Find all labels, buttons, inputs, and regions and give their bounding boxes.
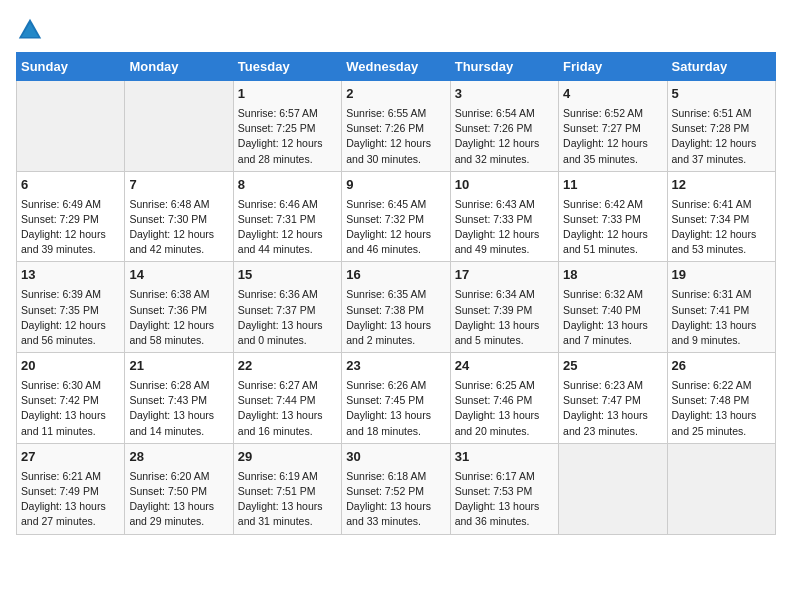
calendar-cell: 15Sunrise: 6:36 AMSunset: 7:37 PMDayligh… — [233, 262, 341, 353]
sunset-text: Sunset: 7:33 PM — [455, 213, 533, 225]
day-of-week-header: Wednesday — [342, 53, 450, 81]
day-number: 11 — [563, 176, 662, 195]
calendar-cell: 11Sunrise: 6:42 AMSunset: 7:33 PMDayligh… — [559, 171, 667, 262]
daylight-text: Daylight: 13 hours and 11 minutes. — [21, 409, 106, 436]
sunset-text: Sunset: 7:43 PM — [129, 394, 207, 406]
day-number: 1 — [238, 85, 337, 104]
daylight-text: Daylight: 13 hours and 2 minutes. — [346, 319, 431, 346]
logo — [16, 16, 48, 44]
sunrise-text: Sunrise: 6:21 AM — [21, 470, 101, 482]
sunset-text: Sunset: 7:29 PM — [21, 213, 99, 225]
sunrise-text: Sunrise: 6:26 AM — [346, 379, 426, 391]
day-number: 2 — [346, 85, 445, 104]
calendar-cell: 29Sunrise: 6:19 AMSunset: 7:51 PMDayligh… — [233, 443, 341, 534]
calendar-cell: 27Sunrise: 6:21 AMSunset: 7:49 PMDayligh… — [17, 443, 125, 534]
day-number: 12 — [672, 176, 771, 195]
daylight-text: Daylight: 13 hours and 18 minutes. — [346, 409, 431, 436]
sunset-text: Sunset: 7:32 PM — [346, 213, 424, 225]
daylight-text: Daylight: 13 hours and 23 minutes. — [563, 409, 648, 436]
day-number: 23 — [346, 357, 445, 376]
calendar-cell: 14Sunrise: 6:38 AMSunset: 7:36 PMDayligh… — [125, 262, 233, 353]
calendar-cell: 13Sunrise: 6:39 AMSunset: 7:35 PMDayligh… — [17, 262, 125, 353]
day-number: 5 — [672, 85, 771, 104]
daylight-text: Daylight: 12 hours and 44 minutes. — [238, 228, 323, 255]
calendar-cell: 7Sunrise: 6:48 AMSunset: 7:30 PMDaylight… — [125, 171, 233, 262]
calendar-week-row: 27Sunrise: 6:21 AMSunset: 7:49 PMDayligh… — [17, 443, 776, 534]
calendar-cell: 4Sunrise: 6:52 AMSunset: 7:27 PMDaylight… — [559, 81, 667, 172]
calendar-cell: 5Sunrise: 6:51 AMSunset: 7:28 PMDaylight… — [667, 81, 775, 172]
sunset-text: Sunset: 7:44 PM — [238, 394, 316, 406]
day-number: 29 — [238, 448, 337, 467]
calendar-week-row: 13Sunrise: 6:39 AMSunset: 7:35 PMDayligh… — [17, 262, 776, 353]
sunrise-text: Sunrise: 6:19 AM — [238, 470, 318, 482]
sunrise-text: Sunrise: 6:57 AM — [238, 107, 318, 119]
sunset-text: Sunset: 7:48 PM — [672, 394, 750, 406]
daylight-text: Daylight: 12 hours and 39 minutes. — [21, 228, 106, 255]
day-number: 28 — [129, 448, 228, 467]
sunset-text: Sunset: 7:53 PM — [455, 485, 533, 497]
calendar-cell: 28Sunrise: 6:20 AMSunset: 7:50 PMDayligh… — [125, 443, 233, 534]
day-number: 15 — [238, 266, 337, 285]
daylight-text: Daylight: 13 hours and 14 minutes. — [129, 409, 214, 436]
calendar-cell: 3Sunrise: 6:54 AMSunset: 7:26 PMDaylight… — [450, 81, 558, 172]
sunset-text: Sunset: 7:40 PM — [563, 304, 641, 316]
sunrise-text: Sunrise: 6:51 AM — [672, 107, 752, 119]
sunrise-text: Sunrise: 6:36 AM — [238, 288, 318, 300]
sunrise-text: Sunrise: 6:49 AM — [21, 198, 101, 210]
day-number: 19 — [672, 266, 771, 285]
sunrise-text: Sunrise: 6:46 AM — [238, 198, 318, 210]
day-number: 30 — [346, 448, 445, 467]
calendar-week-row: 20Sunrise: 6:30 AMSunset: 7:42 PMDayligh… — [17, 353, 776, 444]
daylight-text: Daylight: 12 hours and 56 minutes. — [21, 319, 106, 346]
sunrise-text: Sunrise: 6:39 AM — [21, 288, 101, 300]
calendar-cell: 18Sunrise: 6:32 AMSunset: 7:40 PMDayligh… — [559, 262, 667, 353]
day-number: 31 — [455, 448, 554, 467]
calendar-cell: 25Sunrise: 6:23 AMSunset: 7:47 PMDayligh… — [559, 353, 667, 444]
day-number: 27 — [21, 448, 120, 467]
daylight-text: Daylight: 13 hours and 16 minutes. — [238, 409, 323, 436]
daylight-text: Daylight: 13 hours and 31 minutes. — [238, 500, 323, 527]
calendar-cell: 26Sunrise: 6:22 AMSunset: 7:48 PMDayligh… — [667, 353, 775, 444]
day-of-week-header: Sunday — [17, 53, 125, 81]
day-number: 22 — [238, 357, 337, 376]
daylight-text: Daylight: 12 hours and 51 minutes. — [563, 228, 648, 255]
sunset-text: Sunset: 7:31 PM — [238, 213, 316, 225]
sunrise-text: Sunrise: 6:25 AM — [455, 379, 535, 391]
sunrise-text: Sunrise: 6:31 AM — [672, 288, 752, 300]
day-number: 9 — [346, 176, 445, 195]
day-number: 4 — [563, 85, 662, 104]
sunrise-text: Sunrise: 6:54 AM — [455, 107, 535, 119]
sunset-text: Sunset: 7:35 PM — [21, 304, 99, 316]
daylight-text: Daylight: 12 hours and 46 minutes. — [346, 228, 431, 255]
sunset-text: Sunset: 7:42 PM — [21, 394, 99, 406]
day-number: 20 — [21, 357, 120, 376]
calendar-cell: 23Sunrise: 6:26 AMSunset: 7:45 PMDayligh… — [342, 353, 450, 444]
sunset-text: Sunset: 7:25 PM — [238, 122, 316, 134]
day-number: 21 — [129, 357, 228, 376]
calendar-cell: 22Sunrise: 6:27 AMSunset: 7:44 PMDayligh… — [233, 353, 341, 444]
day-of-week-header: Monday — [125, 53, 233, 81]
calendar-cell: 6Sunrise: 6:49 AMSunset: 7:29 PMDaylight… — [17, 171, 125, 262]
sunset-text: Sunset: 7:28 PM — [672, 122, 750, 134]
sunrise-text: Sunrise: 6:22 AM — [672, 379, 752, 391]
day-of-week-header: Saturday — [667, 53, 775, 81]
calendar-cell: 21Sunrise: 6:28 AMSunset: 7:43 PMDayligh… — [125, 353, 233, 444]
day-of-week-header: Friday — [559, 53, 667, 81]
daylight-text: Daylight: 12 hours and 42 minutes. — [129, 228, 214, 255]
calendar-cell: 2Sunrise: 6:55 AMSunset: 7:26 PMDaylight… — [342, 81, 450, 172]
sunset-text: Sunset: 7:30 PM — [129, 213, 207, 225]
calendar-cell: 30Sunrise: 6:18 AMSunset: 7:52 PMDayligh… — [342, 443, 450, 534]
calendar-cell: 17Sunrise: 6:34 AMSunset: 7:39 PMDayligh… — [450, 262, 558, 353]
sunrise-text: Sunrise: 6:43 AM — [455, 198, 535, 210]
calendar-cell: 9Sunrise: 6:45 AMSunset: 7:32 PMDaylight… — [342, 171, 450, 262]
sunset-text: Sunset: 7:46 PM — [455, 394, 533, 406]
daylight-text: Daylight: 13 hours and 5 minutes. — [455, 319, 540, 346]
sunset-text: Sunset: 7:36 PM — [129, 304, 207, 316]
sunset-text: Sunset: 7:47 PM — [563, 394, 641, 406]
calendar-cell: 16Sunrise: 6:35 AMSunset: 7:38 PMDayligh… — [342, 262, 450, 353]
daylight-text: Daylight: 12 hours and 53 minutes. — [672, 228, 757, 255]
day-number: 26 — [672, 357, 771, 376]
sunrise-text: Sunrise: 6:41 AM — [672, 198, 752, 210]
sunset-text: Sunset: 7:49 PM — [21, 485, 99, 497]
daylight-text: Daylight: 13 hours and 36 minutes. — [455, 500, 540, 527]
